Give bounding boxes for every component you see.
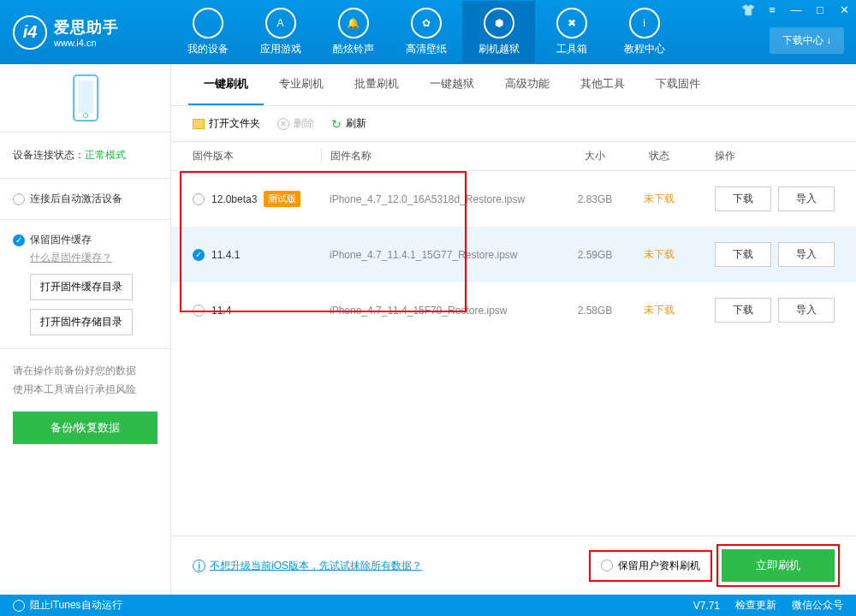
box-icon: ⬢ [484, 8, 514, 38]
wechat-button[interactable]: 微信公众号 [792, 598, 843, 613]
col-status: 状态 [629, 149, 689, 163]
bell-icon: 🔔 [338, 8, 369, 38]
app-icon: A [265, 8, 296, 38]
flash-now-button[interactable]: 立即刷机 [722, 549, 835, 582]
download-button[interactable]: 下载 [715, 298, 771, 323]
tab-2[interactable]: 批量刷机 [339, 64, 414, 105]
nav-label: 应用游戏 [244, 42, 317, 56]
tab-bar: 一键刷机专业刷机批量刷机一键越狱高级功能其他工具下载固件 [171, 64, 856, 106]
keep-user-data-option[interactable]: 保留用户资料刷机 [592, 552, 709, 580]
firmware-size: 2.59GB [561, 249, 629, 261]
download-button[interactable]: 下载 [715, 187, 771, 211]
version-text: 12.0beta3 [211, 193, 257, 205]
firmware-name: iPhone_4.7_12.0_16A5318d_Restore.ipsw [321, 193, 561, 205]
import-button[interactable]: 导入 [778, 242, 835, 267]
info-icon: i [193, 560, 205, 572]
firmware-size: 2.83GB [561, 193, 629, 205]
keep-cache-option[interactable]: ✓ 保留固件缓存 [13, 233, 158, 247]
nav-item-flower[interactable]: ✿高清壁纸 [389, 1, 462, 63]
bottom-bar: i 不想升级当前iOS版本，先试试抹除所有数据？ 保留用户资料刷机 立即刷机 [171, 536, 856, 595]
app-header: i4 爱思助手 www.i4.cn 我的设备A应用游戏🔔酷炫铃声✿高清壁纸⬢刷机… [0, 0, 856, 64]
refresh-button[interactable]: ↻ 刷新 [331, 116, 366, 131]
col-name: 固件名称 [321, 149, 561, 163]
cache-help-link[interactable]: 什么是固件缓存？ [30, 252, 112, 264]
apple-icon [193, 8, 223, 38]
status-value: 正常模式 [85, 149, 126, 161]
close-icon[interactable]: ✕ [832, 0, 856, 19]
nav-label: 酷炫铃声 [317, 42, 389, 56]
firmware-status: 未下载 [629, 192, 689, 206]
nav-label: 工具箱 [535, 42, 608, 56]
delete-icon: ✕ [277, 118, 289, 130]
info-icon: i [629, 8, 660, 38]
nav-label: 刷机越狱 [462, 42, 535, 56]
menu-icon[interactable]: ≡ [760, 0, 784, 19]
nav-item-bell[interactable]: 🔔酷炫铃声 [317, 1, 389, 63]
window-controls: 👕 ≡ — □ ✕ [736, 0, 856, 19]
nav-item-box[interactable]: ⬢刷机越狱 [462, 1, 535, 63]
flower-icon: ✿ [411, 8, 442, 38]
phone-icon [73, 74, 98, 121]
backup-note: 请在操作前备份好您的数据 使用本工具请自行承担风险 [0, 349, 170, 412]
open-cache-dir-button[interactable]: 打开固件缓存目录 [30, 274, 133, 300]
radio-selected-icon: ✓ [193, 249, 205, 261]
auto-activate-option[interactable]: 连接后自动激活设备 [13, 192, 158, 206]
firmware-status: 未下载 [629, 303, 689, 317]
nav-item-wrench[interactable]: ✖工具箱 [535, 1, 608, 63]
wrench-icon: ✖ [556, 8, 587, 38]
firmware-row[interactable]: 11.4 iPhone_4.7_11.4_15F79_Restore.ipsw … [171, 282, 856, 338]
check-on-icon: ✓ [13, 234, 25, 246]
nav-item-app[interactable]: A应用游戏 [244, 1, 317, 63]
tab-3[interactable]: 一键越狱 [414, 64, 490, 105]
nav-item-apple[interactable]: 我的设备 [171, 1, 244, 63]
tab-5[interactable]: 其他工具 [565, 64, 640, 105]
firmware-name: iPhone_4.7_11.4_15F79_Restore.ipsw [321, 305, 561, 317]
firmware-status: 未下载 [629, 247, 689, 262]
tab-4[interactable]: 高级功能 [490, 64, 565, 105]
firmware-size: 2.58GB [561, 305, 629, 317]
tab-6[interactable]: 下载固件 [640, 64, 716, 105]
erase-data-link[interactable]: i 不想升级当前iOS版本，先试试抹除所有数据？ [193, 559, 422, 573]
radio-empty-icon [13, 193, 25, 205]
minimize-icon[interactable]: — [784, 0, 808, 19]
toolbar: 打开文件夹 ✕ 删除 ↻ 刷新 [171, 106, 856, 141]
shirt-icon[interactable]: 👕 [736, 0, 760, 19]
content-area: 一键刷机专业刷机批量刷机一键越狱高级功能其他工具下载固件 打开文件夹 ✕ 删除 … [171, 64, 856, 595]
beta-badge: 测试版 [264, 191, 300, 207]
version-label: V7.71 [693, 600, 720, 612]
version-text: 11.4 [211, 305, 231, 317]
device-preview [0, 64, 170, 133]
block-itunes-option[interactable]: 阻止iTunes自动运行 [13, 598, 122, 613]
radio-empty-icon [601, 560, 613, 572]
open-folder-button[interactable]: 打开文件夹 [193, 116, 260, 131]
backup-restore-button[interactable]: 备份/恢复数据 [13, 412, 158, 444]
connection-status: 设备连接状态：正常模式 [0, 133, 170, 179]
col-size: 大小 [561, 149, 629, 163]
nav-label: 高清壁纸 [389, 42, 462, 56]
firmware-name: iPhone_4.7_11.4.1_15G77_Restore.ipsw [321, 249, 561, 261]
nav-item-info[interactable]: i教程中心 [608, 1, 681, 63]
app-url: www.i4.cn [54, 38, 119, 48]
firmware-row[interactable]: ✓11.4.1 iPhone_4.7_11.4.1_15G77_Restore.… [171, 227, 856, 282]
sidebar: 设备连接状态：正常模式 连接后自动激活设备 ✓ 保留固件缓存 什么是固件缓存？ … [0, 64, 171, 595]
open-store-dir-button[interactable]: 打开固件存储目录 [30, 309, 133, 335]
tab-1[interactable]: 专业刷机 [264, 64, 339, 105]
nav-label: 教程中心 [608, 42, 681, 56]
download-button[interactable]: 下载 [715, 242, 771, 267]
import-button[interactable]: 导入 [778, 298, 835, 323]
status-bar: 阻止iTunes自动运行 V7.71 检查更新 微信公众号 [0, 595, 856, 616]
radio-empty-icon [13, 600, 25, 612]
logo-icon: i4 [13, 15, 47, 50]
tab-0[interactable]: 一键刷机 [188, 64, 264, 105]
col-action: 操作 [689, 149, 835, 163]
delete-button[interactable]: ✕ 删除 [277, 116, 314, 131]
download-center-button[interactable]: 下载中心 ↓ [770, 27, 844, 54]
firmware-row[interactable]: 12.0beta3测试版 iPhone_4.7_12.0_16A5318d_Re… [171, 171, 856, 227]
maximize-icon[interactable]: □ [808, 0, 832, 19]
refresh-icon: ↻ [331, 117, 342, 131]
nav-label: 我的设备 [171, 42, 244, 56]
col-version: 固件版本 [193, 149, 321, 163]
check-update-button[interactable]: 检查更新 [735, 598, 776, 613]
import-button[interactable]: 导入 [778, 187, 835, 211]
folder-icon [193, 119, 205, 129]
